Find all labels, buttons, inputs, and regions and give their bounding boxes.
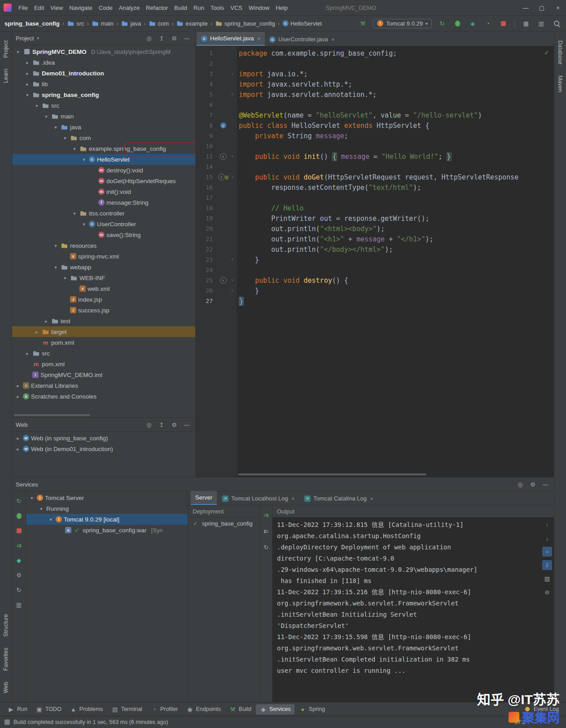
chevron-down-icon[interactable]: ▾ [71,146,78,151]
minus-button[interactable]: — [540,479,550,489]
code-line[interactable]: 1package com.example.spring_base_config; [196,48,554,58]
tree-item-target[interactable]: ▸target [12,326,195,337]
tree-item-springmvc-demo-iml[interactable]: iSpringMVC_DEMO.iml [12,369,195,380]
tree-item-scratches-and-consoles[interactable]: ▸sScratches and Consoles [12,391,195,402]
menu-navigate[interactable]: Navigate [66,3,95,13]
code-line[interactable]: 4import javax.servlet.http.*; [196,79,554,89]
toolwindow-button-services[interactable]: ◆Services [256,704,294,715]
services-tab-tomcat-localhost-log[interactable]: ≡Tomcat Localhost Log× [218,492,299,505]
menu-help[interactable]: Help [272,3,291,13]
code-line[interactable]: 2 [196,58,554,69]
menu-file[interactable]: File [15,3,31,13]
code-line[interactable]: 9 private String message; [196,131,554,141]
code-line[interactable]: 26˄ } [196,285,554,296]
tree-item-usercontroller[interactable]: ▾cUserController [12,219,195,229]
profiler-button[interactable]: ◔ [483,18,493,28]
code-line[interactable]: 16 response.setContentType("text/html"); [196,182,554,193]
up-button[interactable]: ↑ [542,520,552,530]
tree-item-test[interactable]: ▸test [12,316,195,326]
chevron-down-icon[interactable]: ▾ [53,243,59,248]
tree-item-main[interactable]: ▾main [12,111,195,122]
deployment-item[interactable]: ✓spring_base_config [188,517,260,529]
chevron-down-icon[interactable]: ▾ [53,125,59,130]
code-line[interactable]: 22 out.println("</body></html>"); [196,244,554,254]
sync-button[interactable]: ↻ [261,542,271,552]
tree-item-spring-base-config-war[interactable]: a✓spring_base_config:war[Syn [26,525,188,535]
chevron-down-icon[interactable]: ▾ [81,222,87,227]
chevron-right-icon[interactable]: ▸ [24,71,31,76]
toolwindow-button-spring[interactable]: ●Spring [295,704,329,715]
chevron-down-icon[interactable]: ▾ [34,103,40,108]
chevron-down-icon[interactable]: ▾ [62,276,68,281]
tree-item-web-in-demo01-introduction[interactable]: ▸wWeb (in Demo01_introduction) [12,443,195,454]
tool-strip-web[interactable]: Web [3,676,9,698]
code-line[interactable]: 10 [196,141,554,151]
toolwindow-switcher-icon[interactable] [4,719,10,725]
tree-item-springmvc-demo[interactable]: ▾SpringMVC_DEMOD:\Java_study\project\Spr… [12,46,195,57]
chevron-down-icon[interactable]: ▾ [38,506,44,511]
maximize-button[interactable]: ▢ [534,0,550,15]
undeploy-button[interactable]: ⇇ [261,526,271,536]
editor[interactable]: 1package com.example.spring_base_config;… [196,46,554,477]
tree-item-init-void[interactable]: minit():void [12,186,195,197]
menu-tools[interactable]: Tools [207,3,227,13]
breadcrumb-main-2[interactable]: main [92,20,114,27]
inspection-ok-icon[interactable] [544,49,549,56]
tree-item-tomcat-9-0-29-local[interactable]: ▾tTomcat 9.0.29 [local] [26,514,188,525]
chevron-down-icon[interactable]: ▾ [29,496,35,500]
services-tab-tomcat-catalina-log[interactable]: ≡Tomcat Catalina Log× [300,492,377,505]
close-icon[interactable]: × [258,36,260,41]
tool-strip-learn[interactable]: Learn [3,63,9,88]
menu-run[interactable]: Run [190,3,207,13]
chevron-down-icon[interactable]: ▾ [15,49,21,54]
tree-item-save-string[interactable]: msave():String [12,229,195,240]
breadcrumb-spring-base-config-6[interactable]: spring_base_config [215,20,275,27]
clear-button[interactable]: ⊘ [542,587,552,597]
tree-item-pom-xml[interactable]: mpom.xml [12,337,195,348]
jmx-button[interactable]: ◆ [14,555,24,565]
code-line[interactable]: 27} [196,296,554,306]
minimize-button[interactable]: — [518,0,534,15]
debug-sv-button[interactable] [14,511,24,521]
search-button[interactable] [552,18,562,28]
structure-button[interactable]: ▦ [521,18,531,28]
editor-tab-usercontroller-java[interactable]: cUserController.java× [265,33,339,46]
close-button[interactable]: × [550,0,566,15]
chevron-down-icon[interactable]: ▾ [71,211,78,216]
tree-item-resources[interactable]: ▾resources [12,240,195,251]
tool-strip-maven[interactable]: Maven [557,70,563,98]
project-hscrollbar[interactable] [14,414,90,416]
gear-button[interactable]: ⚙ [169,33,179,43]
breadcrumb-com-4[interactable]: com [149,20,169,27]
tree-item-external-libraries[interactable]: ▸≡External Libraries [12,380,195,391]
minus-button[interactable]: — [182,420,192,430]
tree-item-message-string[interactable]: fmessage:String [12,197,195,208]
toolwindow-button-build[interactable]: ⚒Build [225,704,255,715]
rerun-button[interactable]: ↻ [437,18,447,28]
code-line[interactable]: 5˄import javax.servlet.annotation.*; [196,89,554,100]
stop-button[interactable] [498,18,508,28]
code-line[interactable]: 6 [196,100,554,110]
menu-refactor[interactable]: Refactor [143,3,171,13]
locate-button[interactable]: ◎ [144,420,154,430]
locate-button[interactable]: ◎ [515,479,525,489]
tree-item-running[interactable]: ▾Running [26,503,188,514]
chevron-down-icon[interactable]: ▾ [81,157,87,162]
tree-item-webapp[interactable]: ▾webapp [12,262,195,272]
code-line[interactable]: 20 out.println("<html><body>"); [196,224,554,234]
fold-marker[interactable]: ˄ [229,257,236,263]
chevron-right-icon[interactable]: ▸ [24,351,31,356]
breadcrumb-example-5[interactable]: example [176,20,207,27]
down-button[interactable]: ↓ [542,533,552,543]
minus-button[interactable]: — [182,33,192,43]
tree-item-destroy-void[interactable]: mdestroy():void [12,165,195,175]
tree-item-doget-httpservletreques[interactable]: mdoGet(HttpServletReques [12,175,195,186]
tree-item-spring-mvc-xml[interactable]: xspring-mvc.xml [12,251,195,262]
toolwindow-button-terminal[interactable]: ▤Terminal [108,704,146,715]
menu-edit[interactable]: Edit [31,3,47,13]
layout-button[interactable]: ▥ [14,600,24,610]
chevron-right-icon[interactable]: ▸ [15,394,21,399]
chevron-right-icon[interactable]: ▸ [24,60,31,65]
chevron-down-icon[interactable]: ▾ [43,114,49,119]
run-config-selector[interactable]: tTomcat 9.0.29▾ [373,19,432,28]
